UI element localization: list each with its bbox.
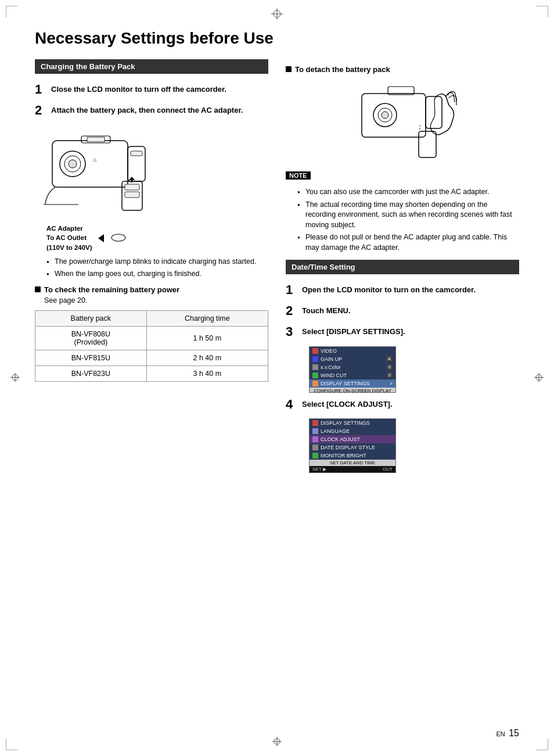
left-column: Charging the Battery Pack 1 Close the LC… bbox=[35, 59, 268, 478]
page-number: EN 15 bbox=[496, 728, 519, 739]
charging-bullets: The power/charge lamp blinks to indicate… bbox=[46, 257, 268, 280]
step-2-text: Attach the battery pack, then connect th… bbox=[51, 103, 243, 116]
step-1-number: 1 bbox=[35, 83, 46, 96]
dt-step-3-text: Select [DISPLAY SETTINGS]. bbox=[302, 325, 405, 337]
svg-rect-21 bbox=[125, 184, 139, 190]
step-2-number: 2 bbox=[35, 103, 46, 117]
table-header-battery: Battery pack bbox=[35, 310, 147, 326]
note-bullets: You can also use the camcorder with just… bbox=[297, 187, 519, 253]
svg-text:△: △ bbox=[93, 157, 97, 162]
ac-adapter-label: AC Adapter To AC Outlet (110V to 240V) bbox=[46, 224, 268, 252]
windcut-icon bbox=[312, 372, 318, 378]
dt-step-1-text: Open the LCD monitor to turn on the camc… bbox=[302, 283, 476, 295]
table-row: BN-VF808U(Provided) 1 h 50 m bbox=[35, 326, 268, 350]
dt-step-1-num: 1 bbox=[286, 283, 297, 297]
note-bullet-1: You can also use the camcorder with just… bbox=[297, 187, 519, 198]
clock-row-clockadjust: CLOCK ADJUST bbox=[310, 435, 395, 443]
right-column: To detach the battery pack bbox=[286, 59, 519, 478]
detach-label: To detach the battery pack bbox=[295, 65, 390, 74]
clock-row-display: DISPLAY SETTINGS bbox=[310, 419, 395, 427]
clock-adjust-menu: DISPLAY SETTINGS LANGUAGE CLOCK ADJUST D… bbox=[297, 418, 519, 473]
table-cell-battery-1: BN-VF808U(Provided) bbox=[35, 326, 147, 350]
dt-step-3-num: 3 bbox=[286, 325, 297, 339]
black-square-icon-2 bbox=[286, 66, 292, 72]
dt-step-4: 4 Select [CLOCK ADJUST]. bbox=[286, 397, 519, 411]
remaining-power-label: To check the remaining battery power bbox=[44, 285, 179, 294]
step-1-text: Close the LCD monitor to turn off the ca… bbox=[51, 83, 226, 95]
svg-rect-19 bbox=[131, 151, 142, 156]
clock-label-date: DATE DISPLAY STYLE bbox=[321, 445, 375, 450]
menu-row-gainup: GAIN UP A bbox=[310, 355, 395, 363]
detach-heading: To detach the battery pack bbox=[286, 65, 519, 74]
remaining-power-text: See page 20. bbox=[44, 296, 268, 304]
note-label: NOTE bbox=[286, 171, 311, 180]
windcut-val: 0 bbox=[387, 372, 393, 378]
battery-table: Battery pack Charging time BN-VF808U(Pro… bbox=[35, 310, 268, 382]
xvcolor-icon bbox=[312, 364, 318, 370]
svg-rect-22 bbox=[125, 192, 139, 198]
ac-line1: AC Adapter bbox=[46, 224, 92, 233]
clock-row-language: LANGUAGE bbox=[310, 427, 395, 435]
page-number-prefix: EN bbox=[496, 730, 505, 737]
main-title: Necessary Settings before Use bbox=[35, 29, 519, 48]
clock-label-monitor: MONITOR BRIGHT bbox=[321, 453, 366, 458]
video-icon bbox=[312, 348, 318, 354]
menu-row-xvcolor: x.v.Color 0 bbox=[310, 363, 395, 371]
svg-rect-28 bbox=[362, 94, 426, 137]
svg-point-27 bbox=[111, 234, 125, 241]
camcorder-svg: △ bbox=[41, 129, 163, 219]
gainup-val: A bbox=[386, 356, 393, 361]
menu-label-display: DISPLAY SETTINGS bbox=[321, 381, 370, 386]
clock-icon-monitor bbox=[312, 453, 318, 458]
ac-line3: (110V to 240V) bbox=[46, 243, 92, 252]
detach-illustration bbox=[286, 76, 519, 166]
camcorder-illustration: △ bbox=[35, 124, 268, 221]
svg-marker-24 bbox=[129, 177, 135, 180]
svg-point-15 bbox=[69, 160, 77, 168]
display-icon bbox=[312, 381, 318, 386]
note-box: NOTE You can also use the camcorder with… bbox=[286, 171, 519, 253]
note-bullet-2: The actual recording time may shorten de… bbox=[297, 200, 519, 231]
menu-label-windcut: WIND CUT bbox=[321, 372, 347, 378]
remaining-power-heading: To check the remaining battery power bbox=[35, 285, 268, 294]
clock-icon-language bbox=[312, 428, 318, 434]
table-cell-battery-2: BN-VF815U bbox=[35, 350, 147, 366]
dt-step-1: 1 Open the LCD monitor to turn on the ca… bbox=[286, 283, 519, 297]
dt-step-2: 2 Touch MENU. bbox=[286, 304, 519, 318]
clock-icon-display bbox=[312, 420, 318, 426]
menu-label-video: VIDEO bbox=[321, 348, 337, 354]
bullet-1: The power/charge lamp blinks to indicate… bbox=[46, 257, 268, 267]
dt-step-4-text: Select [CLOCK ADJUST]. bbox=[302, 397, 393, 410]
clock-icon-date bbox=[312, 445, 318, 450]
clock-footer-set: SET ▶ bbox=[312, 467, 326, 472]
table-row: BN-VF823U 3 h 40 m bbox=[35, 366, 268, 381]
svg-rect-33 bbox=[426, 96, 442, 128]
arrow-left-icon bbox=[98, 234, 104, 242]
clock-row-datestyle: DATE DISPLAY STYLE bbox=[310, 443, 395, 452]
menu-row-display: DISPLAY SETTINGS > bbox=[310, 379, 395, 388]
menu-row-windcut: WIND CUT 0 bbox=[310, 371, 395, 379]
table-header-charging: Charging time bbox=[146, 310, 268, 326]
dt-step-2-num: 2 bbox=[286, 304, 297, 318]
table-cell-time-2: 2 h 40 m bbox=[146, 350, 268, 366]
clock-menu-footer: SET ▶ OUT bbox=[310, 466, 395, 472]
detach-svg bbox=[344, 76, 461, 166]
step-1: 1 Close the LCD monitor to turn off the … bbox=[35, 83, 268, 96]
menu-screenshot-clock: DISPLAY SETTINGS LANGUAGE CLOCK ADJUST D… bbox=[309, 418, 396, 473]
clock-footer-out: OUT bbox=[383, 467, 393, 472]
ac-line2: To AC Outlet bbox=[46, 233, 92, 242]
dt-step-3: 3 Select [DISPLAY SETTINGS]. bbox=[286, 325, 519, 339]
menu-label-xvcolor: x.v.Color bbox=[321, 364, 341, 370]
display-arrow: > bbox=[390, 381, 393, 386]
page: Necessary Settings before Use Charging t… bbox=[0, 0, 554, 756]
svg-rect-34 bbox=[419, 131, 436, 157]
bullet-2: When the lamp goes out, charging is fini… bbox=[46, 269, 268, 280]
step-2: 2 Attach the battery pack, then connect … bbox=[35, 103, 268, 117]
cable-icon bbox=[110, 234, 127, 242]
clock-row-monitor: MONITOR BRIGHT bbox=[310, 452, 395, 460]
clock-label-clock: CLOCK ADJUST bbox=[321, 436, 360, 442]
table-cell-time-3: 3 h 40 m bbox=[146, 366, 268, 381]
menu-label-gainup: GAIN UP bbox=[321, 356, 342, 362]
black-square-icon bbox=[35, 286, 41, 292]
menu-configure-label: CONFIGURE ON-SCREEN DISPLAY bbox=[310, 388, 395, 393]
